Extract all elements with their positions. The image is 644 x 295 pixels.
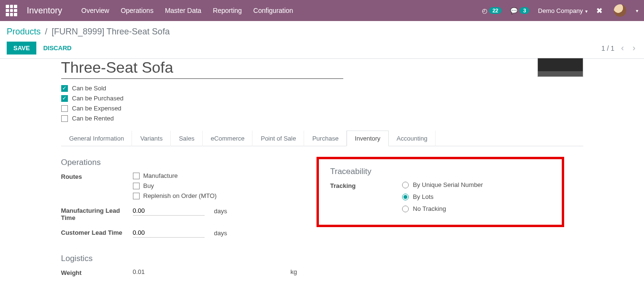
- tab-purchase[interactable]: Purchase: [304, 131, 347, 146]
- activity-count: 22: [489, 7, 502, 14]
- tab-variants[interactable]: Variants: [132, 131, 171, 146]
- breadcrumb-current: [FURN_8999] Three-Seat Sofa: [52, 27, 170, 36]
- flag-label: Can be Sold: [72, 85, 107, 92]
- radio-icon: [402, 206, 409, 212]
- tracking-label: By Lots: [413, 193, 434, 200]
- activity-button[interactable]: ◴ 22: [482, 7, 502, 14]
- form-sheet: Can be SoldCan be PurchasedCan be Expens…: [50, 59, 595, 291]
- route-item: Manufacture: [133, 172, 322, 179]
- radio-icon: [402, 182, 409, 188]
- nav-overview[interactable]: Overview: [81, 7, 109, 14]
- route-label: Replenish on Order (MTO): [143, 192, 217, 199]
- route-checkbox[interactable]: [133, 193, 140, 199]
- logistics-title: Logistics: [61, 254, 322, 263]
- traceability-highlight: Traceability Tracking By Unique Serial N…: [317, 157, 564, 227]
- flag-label: Can be Purchased: [72, 95, 124, 102]
- tab-general-information[interactable]: General Information: [61, 131, 132, 146]
- mfg-lead-unit: days: [214, 208, 227, 215]
- weight-unit: kg: [291, 268, 297, 275]
- route-item: Buy: [133, 182, 322, 189]
- tab-point-of-sale[interactable]: Point of Sale: [252, 131, 304, 146]
- traceability-column: Traceability Tracking By Unique Serial N…: [322, 158, 583, 279]
- flag-checkbox[interactable]: [61, 95, 68, 102]
- debug-icon[interactable]: ✖: [596, 6, 602, 15]
- breadcrumb-root[interactable]: Products: [7, 27, 41, 36]
- cust-lead-input[interactable]: [133, 228, 205, 238]
- discard-button[interactable]: DISCARD: [43, 44, 71, 52]
- radio-icon: [402, 194, 409, 200]
- systray: ◴ 22 💬 3 Demo Company ▾ ✖ ▾: [482, 4, 638, 17]
- tracking-option[interactable]: By Unique Serial Number: [402, 181, 550, 188]
- flag-label: Can be Expensed: [72, 105, 121, 112]
- flag-checkbox[interactable]: [61, 85, 68, 92]
- tab-inventory[interactable]: Inventory: [347, 131, 388, 146]
- cust-lead-unit: days: [214, 229, 227, 237]
- flag-checkbox[interactable]: [61, 115, 68, 122]
- apps-icon[interactable]: [6, 5, 17, 16]
- routes-label: Routes: [61, 172, 133, 180]
- flag-2: Can be Expensed: [61, 105, 583, 112]
- topbar: Inventory Overview Operations Master Dat…: [0, 0, 644, 21]
- pager: 1 / 1 ‹ ›: [601, 43, 637, 53]
- breadcrumb: Products / [FURN_8999] Three-Seat Sofa: [7, 27, 637, 37]
- chevron-down-icon: ▾: [584, 9, 588, 14]
- tabs: General InformationVariantsSaleseCommerc…: [61, 131, 583, 146]
- flag-0: Can be Sold: [61, 85, 583, 92]
- tab-ecommerce[interactable]: eCommerce: [203, 131, 253, 146]
- route-checkbox[interactable]: [133, 183, 140, 189]
- save-button[interactable]: SAVE: [7, 42, 36, 55]
- tracking-option[interactable]: By Lots: [402, 193, 550, 200]
- tab-accounting[interactable]: Accounting: [389, 131, 436, 146]
- nav-operations[interactable]: Operations: [120, 7, 153, 14]
- main-nav: Overview Operations Master Data Reportin…: [81, 7, 293, 14]
- app-brand[interactable]: Inventory: [27, 6, 62, 16]
- company-switcher[interactable]: Demo Company ▾: [538, 7, 588, 14]
- operations-column: Operations Routes ManufactureBuyReplenis…: [61, 158, 322, 279]
- product-name-input[interactable]: [61, 59, 343, 79]
- messaging-button[interactable]: 💬 3: [510, 7, 529, 14]
- pager-value[interactable]: 1 / 1: [601, 44, 614, 52]
- mfg-lead-input[interactable]: [133, 206, 205, 216]
- traceability-title: Traceability: [330, 167, 550, 176]
- product-image[interactable]: [537, 58, 583, 77]
- tracking-label: By Unique Serial Number: [413, 181, 483, 188]
- flag-checkbox[interactable]: [61, 105, 68, 112]
- flag-label: Can be Rented: [72, 115, 114, 122]
- chat-icon: 💬: [510, 7, 518, 14]
- nav-master-data[interactable]: Master Data: [165, 7, 201, 14]
- pager-prev[interactable]: ‹: [619, 43, 626, 53]
- tab-sales[interactable]: Sales: [171, 131, 203, 146]
- weight-label: Weight: [61, 268, 133, 276]
- weight-value: 0.01: [133, 268, 291, 275]
- mfg-lead-label: Manufacturing Lead Time: [61, 206, 133, 221]
- clock-icon: ◴: [482, 7, 487, 14]
- control-panel: Products / [FURN_8999] Three-Seat Sofa S…: [0, 21, 644, 59]
- route-checkbox[interactable]: [133, 173, 140, 179]
- user-menu-caret[interactable]: ▾: [636, 8, 638, 13]
- tracking-label: No Tracking: [413, 205, 446, 212]
- nav-reporting[interactable]: Reporting: [213, 7, 242, 14]
- route-label: Manufacture: [143, 172, 178, 179]
- flag-3: Can be Rented: [61, 115, 583, 122]
- operations-title: Operations: [61, 158, 322, 167]
- flag-1: Can be Purchased: [61, 95, 583, 102]
- route-label: Buy: [143, 182, 154, 189]
- user-avatar[interactable]: [614, 4, 626, 17]
- tracking-option[interactable]: No Tracking: [402, 205, 550, 212]
- message-count: 3: [520, 7, 529, 14]
- cust-lead-label: Customer Lead Time: [61, 228, 133, 236]
- pager-next[interactable]: ›: [631, 43, 637, 53]
- tracking-label: Tracking: [330, 181, 402, 189]
- nav-configuration[interactable]: Configuration: [253, 7, 293, 14]
- route-item: Replenish on Order (MTO): [133, 192, 322, 199]
